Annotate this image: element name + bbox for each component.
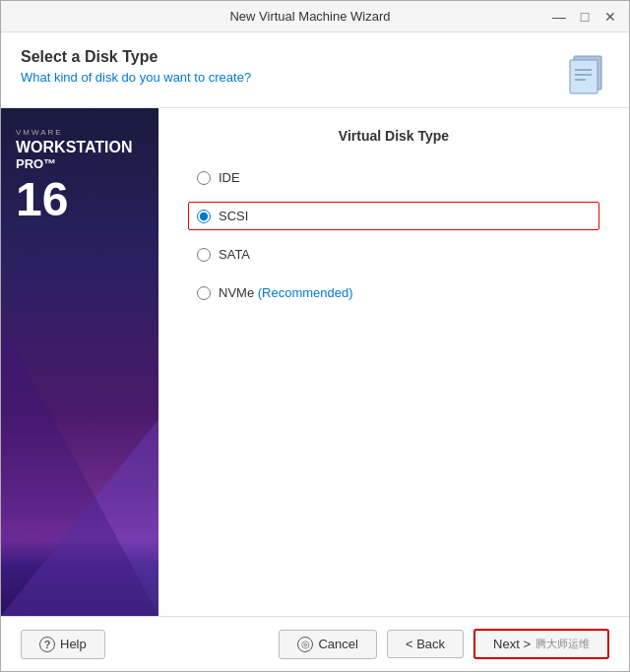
minimize-button[interactable]: —: [550, 8, 568, 26]
cancel-icon: ◎: [297, 637, 313, 652]
version-label: 16: [16, 176, 133, 223]
page-title: Select a Disk Type: [21, 48, 251, 66]
svg-rect-1: [570, 60, 598, 93]
workstation-label: WORKSTATION: [16, 139, 133, 156]
header-section: Select a Disk Type What kind of disk do …: [1, 32, 629, 108]
form-title: Virtual Disk Type: [188, 128, 599, 144]
next-button[interactable]: Next > 腾大师运维: [473, 629, 609, 659]
disk-type-group: IDE SCSI SATA: [188, 163, 599, 307]
maximize-button[interactable]: □: [576, 8, 594, 26]
window-controls: — □ ✕: [550, 8, 619, 26]
vmware-label: VMWARE: [16, 128, 133, 137]
disk-icon: [562, 48, 609, 95]
form-section: Virtual Disk Type IDE SCSI: [158, 108, 629, 616]
watermark: 腾大师运维: [536, 637, 590, 651]
footer: ? Help ◎ Cancel < Back Next > 腾大师运维: [1, 616, 629, 671]
scsi-option[interactable]: SCSI: [188, 202, 599, 230]
window-title: New Virtual Machine Wizard: [70, 9, 550, 24]
page-subtitle: What kind of disk do you want to create?: [21, 70, 251, 85]
header-text: Select a Disk Type What kind of disk do …: [21, 48, 251, 85]
pro-label: PRO™: [16, 156, 133, 171]
footer-left: ? Help: [21, 630, 105, 659]
sata-option[interactable]: SATA: [188, 240, 599, 269]
ide-option[interactable]: IDE: [188, 163, 599, 192]
nvme-label: NVMe (Recommended): [219, 285, 353, 300]
nvme-option[interactable]: NVMe (Recommended): [188, 278, 599, 307]
help-button[interactable]: ? Help: [21, 630, 105, 659]
nvme-radio[interactable]: [197, 286, 211, 300]
close-button[interactable]: ✕: [601, 8, 619, 26]
content-area: Select a Disk Type What kind of disk do …: [1, 32, 629, 671]
back-button[interactable]: < Back: [387, 630, 464, 658]
help-icon: ?: [39, 637, 55, 652]
cancel-button[interactable]: ◎ Cancel: [279, 630, 376, 659]
footer-right: ◎ Cancel < Back Next > 腾大师运维: [279, 629, 609, 659]
main-section: VMWARE WORKSTATION PRO™ 16 Virtual Disk …: [1, 108, 629, 616]
scsi-label: SCSI: [219, 209, 248, 223]
main-window: New Virtual Machine Wizard — □ ✕ Select …: [0, 0, 630, 672]
scsi-radio[interactable]: [197, 210, 211, 223]
sidebar: VMWARE WORKSTATION PRO™ 16: [1, 108, 158, 616]
sidebar-logo: VMWARE WORKSTATION PRO™ 16: [16, 128, 133, 223]
title-bar: New Virtual Machine Wizard — □ ✕: [1, 1, 629, 32]
ide-label: IDE: [219, 170, 240, 185]
sata-label: SATA: [219, 247, 250, 262]
sata-radio[interactable]: [197, 248, 211, 262]
ide-radio[interactable]: [197, 171, 211, 185]
